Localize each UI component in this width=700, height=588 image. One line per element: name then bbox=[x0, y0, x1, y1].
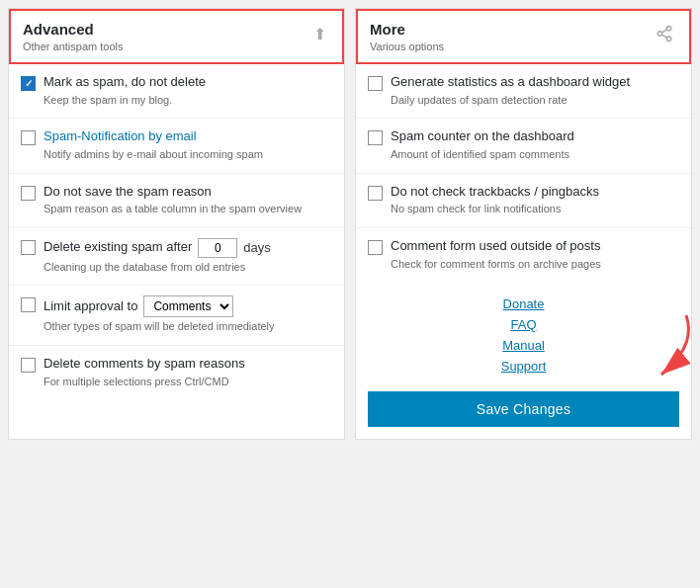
option-generate-stats: Generate statistics as a dashboard widge… bbox=[356, 64, 691, 119]
option-text-delete-spam-after: Delete existing spam after days Cleaning… bbox=[44, 238, 332, 275]
option-label-generate-stats: Generate statistics as a dashboard widge… bbox=[391, 74, 679, 91]
right-panel: More Various options Generate statistics… bbox=[355, 8, 692, 440]
right-options-list: Generate statistics as a dashboard widge… bbox=[356, 64, 691, 282]
option-label-do-not-save-reason: Do not save the spam reason bbox=[44, 184, 332, 201]
checkbox-spam-notification[interactable] bbox=[21, 130, 36, 145]
links-section: Donate FAQ Manual Support bbox=[356, 282, 691, 383]
option-desc-delete-spam-after: Cleaning up the database from old entrie… bbox=[44, 260, 332, 275]
option-desc-comment-form-outside: Check for comment forms on archive pages bbox=[391, 257, 679, 272]
left-panel: Advanced Other antispam tools ⬆ Mark as … bbox=[8, 8, 345, 440]
right-panel-header: More Various options bbox=[356, 9, 691, 64]
days-label: days bbox=[243, 240, 270, 255]
option-label-mark-as-spam: Mark as spam, do not delete bbox=[44, 74, 332, 91]
option-limit-approval: Limit approval to Comments All Other typ… bbox=[9, 286, 344, 345]
option-desc-do-not-save-reason: Spam reason as a table column in the spa… bbox=[44, 202, 332, 216]
checkbox-generate-stats[interactable] bbox=[368, 76, 383, 91]
option-text-delete-comments-by-reason: Delete comments by spam reasons For mult… bbox=[44, 356, 332, 389]
left-panel-title: Advanced bbox=[23, 21, 124, 39]
option-desc-generate-stats: Daily updates of spam detection rate bbox=[391, 93, 679, 108]
option-spam-notification: Spam-Notification by email Notify admins… bbox=[9, 119, 344, 173]
main-container: Advanced Other antispam tools ⬆ Mark as … bbox=[0, 0, 700, 448]
option-desc-no-trackbacks: No spam check for link notifications bbox=[391, 202, 679, 216]
option-mark-as-spam: Mark as spam, do not delete Keep the spa… bbox=[9, 64, 344, 119]
left-panel-header-text: Advanced Other antispam tools bbox=[23, 21, 124, 52]
link-support[interactable]: Support bbox=[501, 359, 547, 374]
upload-icon[interactable]: ⬆ bbox=[309, 21, 330, 47]
option-text-spam-counter: Spam counter on the dashboard Amount of … bbox=[391, 128, 679, 162]
option-delete-spam-after: Delete existing spam after days Cleaning… bbox=[9, 228, 344, 286]
option-text-do-not-save-reason: Do not save the spam reason Spam reason … bbox=[44, 184, 332, 217]
option-text-mark-as-spam: Mark as spam, do not delete Keep the spa… bbox=[44, 74, 332, 108]
share-icon[interactable] bbox=[652, 21, 677, 51]
svg-point-1 bbox=[657, 32, 662, 37]
link-manual[interactable]: Manual bbox=[502, 338, 545, 353]
right-panel-title: More bbox=[370, 21, 444, 39]
right-panel-subtitle: Various options bbox=[370, 41, 444, 52]
left-panel-subtitle: Other antispam tools bbox=[23, 41, 124, 52]
option-label-spam-counter: Spam counter on the dashboard bbox=[391, 128, 679, 145]
option-desc-spam-notification: Notify admins by e-mail about incoming s… bbox=[44, 147, 332, 162]
option-text-no-trackbacks: Do not check trackbacks / pingbacks No s… bbox=[391, 184, 679, 217]
checkbox-mark-as-spam[interactable] bbox=[21, 76, 36, 91]
option-desc-limit-approval: Other types of spam will be deleted imme… bbox=[44, 319, 332, 334]
left-panel-header: Advanced Other antispam tools ⬆ bbox=[9, 9, 344, 64]
save-button-container: Save Changes bbox=[356, 383, 691, 439]
option-desc-mark-as-spam: Keep the spam in my blog. bbox=[44, 93, 332, 108]
limit-approval-select[interactable]: Comments All bbox=[143, 295, 233, 317]
left-options-list: Mark as spam, do not delete Keep the spa… bbox=[9, 64, 344, 399]
option-desc-delete-comments-by-reason: For multiple selections press Ctrl/CMD bbox=[44, 375, 332, 389]
checkbox-do-not-save-reason[interactable] bbox=[21, 186, 36, 201]
checkbox-no-trackbacks[interactable] bbox=[368, 186, 383, 201]
option-inline-limit-approval: Limit approval to Comments All bbox=[44, 295, 332, 317]
option-do-not-save-reason: Do not save the spam reason Spam reason … bbox=[9, 174, 344, 228]
svg-line-3 bbox=[661, 35, 666, 38]
option-label-delete-comments-by-reason: Delete comments by spam reasons bbox=[44, 356, 332, 373]
checkbox-limit-approval[interactable] bbox=[21, 297, 36, 312]
checkbox-delete-spam-after[interactable] bbox=[21, 240, 36, 255]
option-desc-spam-counter: Amount of identified spam comments bbox=[391, 147, 679, 162]
option-delete-comments-by-reason: Delete comments by spam reasons For mult… bbox=[9, 346, 344, 399]
svg-point-0 bbox=[666, 27, 671, 32]
option-label-no-trackbacks: Do not check trackbacks / pingbacks bbox=[391, 184, 679, 201]
option-label-limit-approval: Limit approval to bbox=[44, 298, 137, 315]
option-inline-delete-spam: Delete existing spam after days bbox=[44, 238, 332, 258]
right-panel-footer: Save Changes bbox=[356, 383, 691, 439]
option-no-trackbacks: Do not check trackbacks / pingbacks No s… bbox=[356, 174, 691, 228]
option-text-comment-form-outside: Comment form used outside of posts Check… bbox=[391, 238, 679, 272]
link-faq[interactable]: FAQ bbox=[510, 317, 536, 332]
option-comment-form-outside: Comment form used outside of posts Check… bbox=[356, 228, 691, 282]
svg-point-2 bbox=[666, 37, 671, 42]
option-label-comment-form-outside: Comment form used outside of posts bbox=[391, 238, 679, 255]
svg-line-4 bbox=[661, 30, 666, 33]
delete-spam-days-input[interactable] bbox=[198, 238, 237, 258]
option-label-delete-spam-after: Delete existing spam after bbox=[44, 239, 192, 256]
option-text-generate-stats: Generate statistics as a dashboard widge… bbox=[391, 74, 679, 108]
option-text-spam-notification: Spam-Notification by email Notify admins… bbox=[44, 128, 332, 162]
checkbox-comment-form-outside[interactable] bbox=[368, 240, 383, 255]
option-label-spam-notification[interactable]: Spam-Notification by email bbox=[44, 128, 332, 145]
right-panel-header-text: More Various options bbox=[370, 21, 444, 52]
save-changes-button[interactable]: Save Changes bbox=[368, 391, 679, 427]
checkbox-delete-comments-by-reason[interactable] bbox=[21, 358, 36, 373]
link-donate[interactable]: Donate bbox=[503, 296, 545, 311]
checkbox-spam-counter[interactable] bbox=[368, 130, 383, 145]
option-text-limit-approval: Limit approval to Comments All Other typ… bbox=[44, 295, 332, 334]
option-spam-counter: Spam counter on the dashboard Amount of … bbox=[356, 119, 691, 173]
